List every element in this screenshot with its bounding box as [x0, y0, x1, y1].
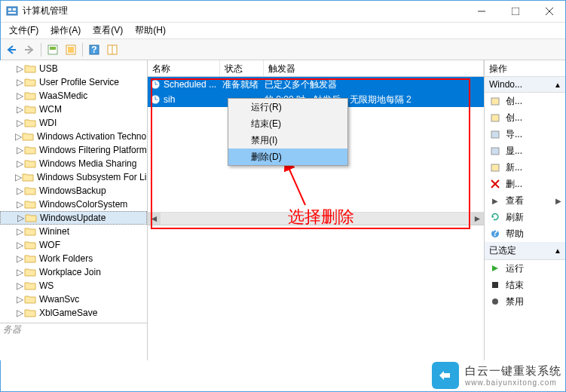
tree-item[interactable]: ▷USB — [0, 62, 147, 75]
tree-item[interactable]: ▷WaaSMedic — [0, 89, 147, 103]
back-button[interactable] — [3, 41, 20, 58]
tree-label: WOF — [39, 240, 60, 250]
tree-item[interactable]: ▷WCM — [0, 103, 147, 116]
tree-item[interactable]: ▷User Profile Service — [0, 75, 147, 89]
tree-item[interactable]: ▷Windows Subsystem For Linux — [0, 170, 147, 184]
menu-help[interactable]: 帮助(H) — [129, 23, 172, 38]
action-label: 帮助 — [506, 228, 524, 240]
action-icon — [489, 296, 501, 308]
action-label: 查看 — [506, 194, 524, 207]
tree-item[interactable]: ▷Work Folders — [0, 252, 147, 265]
help-toolbar-button[interactable]: ? — [86, 41, 102, 58]
tree-toggle-icon[interactable]: ▷ — [15, 199, 24, 210]
ctx-delete[interactable]: 删除(D) — [228, 149, 347, 165]
svg-rect-1 — [8, 8, 11, 11]
ctx-disable[interactable]: 禁用(I) — [228, 132, 347, 149]
actions-section-2[interactable]: 已选定 ▲ — [485, 242, 566, 260]
tree-toggle-icon[interactable]: ▷ — [15, 118, 24, 128]
ctx-end[interactable]: 结束(E) — [228, 115, 347, 132]
tree-toggle-icon[interactable]: ▷ — [15, 104, 24, 115]
tree-item[interactable]: ▷Windows Media Sharing — [0, 157, 147, 170]
action-item[interactable]: 禁用 — [485, 293, 566, 310]
action-item[interactable]: 创... — [485, 93, 566, 109]
svg-rect-3 — [8, 12, 16, 14]
action-item[interactable]: ▶查看▶ — [485, 192, 566, 209]
action-item[interactable]: 显... — [485, 142, 566, 159]
action-item[interactable]: 导... — [485, 126, 566, 142]
ctx-run[interactable]: 运行(R) — [228, 99, 347, 115]
tree-item[interactable]: ▷WindowsBackup — [0, 184, 147, 198]
tree-label: Windows Subsystem For Linux — [37, 172, 148, 182]
tb-icon-4[interactable] — [104, 41, 121, 58]
folder-icon — [24, 253, 36, 264]
tree-toggle-icon[interactable]: ▷ — [15, 308, 24, 318]
minimize-button[interactable] — [464, 0, 498, 22]
tree-toggle-icon[interactable]: ▷ — [15, 77, 24, 87]
tree-panel[interactable]: ▷USB▷User Profile Service▷WaaSMedic▷WCM▷… — [0, 60, 148, 360]
action-item[interactable]: 创... — [485, 109, 566, 126]
task-row[interactable]: Scheduled ... 准备就绪 已定义多个触发器 — [148, 77, 484, 92]
svg-point-34 — [492, 299, 498, 305]
tree-item[interactable]: ▷WindowsUpdate — [0, 211, 147, 225]
action-icon — [489, 279, 501, 291]
tree-item[interactable]: ▷WOF — [0, 238, 147, 252]
maximize-button[interactable] — [498, 0, 532, 22]
tree-toggle-icon[interactable]: ▷ — [15, 172, 22, 182]
tree-toggle-icon[interactable]: ▷ — [15, 90, 24, 101]
action-item[interactable]: ?帮助 — [485, 225, 566, 242]
folder-icon — [24, 158, 36, 169]
tree-toggle-icon[interactable]: ▷ — [15, 280, 24, 291]
tree-label: XblGameSave — [39, 308, 97, 318]
toolbar: ? — [0, 39, 566, 60]
detail-pane — [148, 225, 484, 360]
tree-toggle-icon[interactable]: ▷ — [15, 131, 22, 142]
tree-toggle-icon[interactable]: ▷ — [15, 63, 24, 74]
tree-label: WwanSvc — [39, 294, 79, 305]
col-name[interactable]: 名称 — [148, 60, 220, 76]
tree-toggle-icon[interactable]: ▷ — [15, 240, 24, 250]
tree-item[interactable]: ▷WindowsColorSystem — [0, 198, 147, 211]
tree-toggle-icon[interactable]: ▷ — [15, 267, 24, 277]
action-icon — [489, 128, 501, 140]
action-item[interactable]: 结束 — [485, 277, 566, 293]
action-item[interactable]: 运行 — [485, 260, 566, 277]
tree-toggle-icon[interactable]: ▷ — [15, 226, 24, 237]
tree-item[interactable]: ▷WDI — [0, 116, 147, 130]
tree-item[interactable]: ▷XblGameSave — [0, 306, 147, 320]
menu-view[interactable]: 查看(V) — [87, 23, 129, 38]
tree-item[interactable]: ▷Windows Activation Technologies — [0, 130, 147, 143]
action-item[interactable]: 新... — [485, 159, 566, 176]
forward-button[interactable] — [21, 41, 38, 58]
action-label: 创... — [506, 112, 522, 124]
menu-action[interactable]: 操作(A) — [44, 23, 87, 38]
action-label: 运行 — [506, 262, 524, 275]
tree-toggle-icon[interactable]: ▷ — [15, 145, 24, 155]
action-item[interactable]: 刷新 — [485, 209, 566, 225]
tree-toggle-icon[interactable]: ▷ — [15, 294, 24, 305]
tree-item[interactable]: ▷Wininet — [0, 225, 147, 238]
svg-rect-13 — [68, 47, 74, 53]
actions-title: 操作 — [485, 60, 566, 77]
tree-footer-cut: 务器 — [0, 323, 147, 336]
tree-label: WS — [39, 280, 54, 291]
horizontal-scrollbar[interactable]: ◄► — [148, 212, 484, 225]
col-status[interactable]: 状态 — [220, 60, 264, 76]
action-item[interactable]: 删... — [485, 176, 566, 192]
tb-icon-1[interactable] — [44, 41, 61, 58]
svg-rect-0 — [7, 7, 17, 15]
col-trigger[interactable]: 触发器 — [264, 60, 484, 76]
tree-toggle-icon[interactable]: ▷ — [16, 213, 25, 223]
tree-item[interactable]: ▷WS — [0, 279, 147, 292]
close-button[interactable] — [532, 0, 566, 22]
actions-section-1[interactable]: Windo... ▲ — [485, 77, 566, 93]
tree-item[interactable]: ▷Windows Filtering Platform — [0, 143, 147, 157]
tb-icon-2[interactable] — [63, 41, 79, 58]
tree-label: WindowsUpdate — [40, 213, 106, 223]
tree-item[interactable]: ▷Workplace Join — [0, 265, 147, 279]
tree-item[interactable]: ▷WwanSvc — [0, 292, 147, 306]
context-menu: 运行(R) 结束(E) 禁用(I) 删除(D) — [228, 98, 348, 166]
tree-toggle-icon[interactable]: ▷ — [15, 253, 24, 264]
tree-toggle-icon[interactable]: ▷ — [15, 185, 24, 196]
menu-file[interactable]: 文件(F) — [3, 23, 44, 38]
tree-toggle-icon[interactable]: ▷ — [15, 158, 24, 169]
